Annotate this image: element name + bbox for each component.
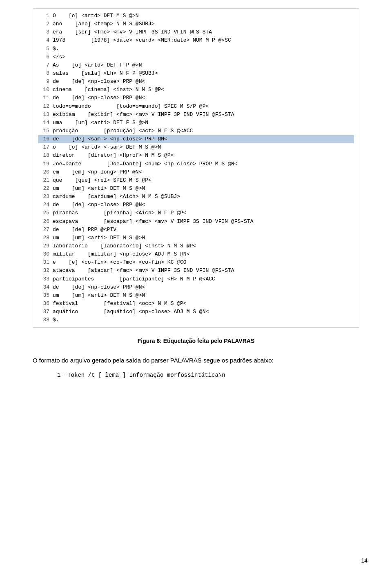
line-number: 37: [38, 308, 49, 316]
code-line: 9de [de] <np-close> PRP @N<: [38, 78, 354, 86]
line-number: 18: [38, 151, 49, 160]
line-content: cardume [cardume] <Aich> N M S @SUBJ>: [53, 193, 354, 201]
code-line: 26escapava [escapar] <fmc> <mv> V IMPF 3…: [38, 218, 354, 226]
line-content: $.: [53, 316, 354, 324]
line-number: 26: [38, 218, 49, 226]
line-content: </s>: [53, 53, 354, 61]
line-number: 24: [38, 201, 49, 209]
line-content: ano [ano] <temp> N M S @SUBJ>: [53, 20, 354, 28]
code-line: 5$.: [38, 45, 354, 53]
line-content: participantes [participante] <H> N M P @…: [53, 275, 354, 283]
line-content: e [e] <co-fin> <co-fmc> <co-fin> KC @CO: [53, 258, 354, 267]
code-line: 23cardume [cardume] <Aich> N M S @SUBJ>: [38, 193, 354, 201]
line-content: de [de] <np-close> PRP @N<: [53, 78, 354, 86]
line-number: 35: [38, 291, 49, 300]
line-number: 21: [38, 176, 49, 185]
code-line: 6</s>: [38, 53, 354, 61]
line-content: $.: [53, 45, 354, 53]
code-line: 20em [em] <np-long> PRP @N<: [38, 168, 354, 176]
line-number: 22: [38, 185, 49, 193]
line-content: aquático [aquático] <np-close> ADJ M S @…: [53, 308, 354, 316]
line-content: As [o] <artd> DET F P @>N: [53, 61, 354, 69]
line-number: 7: [38, 61, 49, 69]
line-content: laboratório [laboratório] <inst> N M S @…: [53, 242, 354, 250]
line-number: 10: [38, 86, 49, 94]
code-line: 36festival [festival] <occ> N M S @P<: [38, 300, 354, 308]
line-content: diretor [diretor] <Hprof> N M S @P<: [53, 151, 354, 160]
line-content: em [em] <np-long> PRP @N<: [53, 168, 354, 176]
code-line: 8salas [sala] <Lh> N F P @SUBJ>: [38, 69, 354, 78]
line-number: 32: [38, 267, 49, 275]
line-number: 15: [38, 127, 49, 135]
line-number: 36: [38, 300, 49, 308]
line-number: 34: [38, 283, 49, 291]
code-line: 32atacava [atacar] <fmc> <mv> V IMPF 3S …: [38, 267, 354, 275]
line-content: piranhas [piranha] <Aich> N F P @P<: [53, 209, 354, 217]
line-content: produção [produção] <act> N F S @<ACC: [53, 127, 354, 135]
line-number: 25: [38, 209, 49, 217]
code-line: 28um [um] <arti> DET M S @>N: [38, 234, 354, 242]
code-line: 12todo=o=mundo [todo=o=mundo] SPEC M S/P…: [38, 102, 354, 111]
line-content: 1978 [1978] <date> <card> <NER:date> NUM…: [53, 36, 354, 44]
code-line: 21que [que] <rel> SPEC M S @P<: [38, 176, 354, 185]
line-content: atacava [atacar] <fmc> <mv> V IMPF 3S IN…: [53, 267, 354, 275]
line-number: 38: [38, 316, 49, 324]
code-line: 7As [o] <artd> DET F P @>N: [38, 61, 354, 69]
line-content: exibiam [exibir] <fmc> <mv> V IMPF 3P IN…: [53, 111, 354, 119]
line-number: 16: [38, 135, 49, 143]
code-line: 17o [o] <artd> <-sam> DET M S @>N: [38, 143, 354, 151]
code-line: 22um [um] <arti> DET M S @>N: [38, 185, 354, 193]
line-number: 31: [38, 258, 49, 267]
code-line: 37aquático [aquático] <np-close> ADJ M S…: [38, 308, 354, 316]
line-content: o [o] <artd> <-sam> DET M S @>N: [53, 143, 354, 151]
code-line: 34de [de] <np-close> PRP @N<: [38, 283, 354, 291]
code-line: 27de [de] PRP @<PIV: [38, 226, 354, 234]
line-content: um [um] <arti> DET M S @>N: [53, 185, 354, 193]
line-number: 30: [38, 250, 49, 258]
line-number: 6: [38, 53, 49, 61]
code-line: 33participantes [participante] <H> N M P…: [38, 275, 354, 283]
line-number: 3: [38, 28, 49, 36]
line-content: escapava [escapar] <fmc> <mv> V IMPF 3S …: [53, 218, 354, 226]
line-number: 19: [38, 160, 49, 168]
line-number: 33: [38, 275, 49, 283]
line-content: de [de] <sam-> <np-close> PRP @N<: [53, 135, 354, 143]
code-line: 13exibiam [exibir] <fmc> <mv> V IMPF 3P …: [38, 111, 354, 119]
line-number: 14: [38, 119, 49, 127]
line-content: Joe=Dante [Joe=Dante] <hum> <np-close> P…: [53, 160, 354, 168]
line-content: festival [festival] <occ> N M S @P<: [53, 300, 354, 308]
line-number: 20: [38, 168, 49, 176]
code-line: 24de [de] <np-close> PRP @N<: [38, 201, 354, 209]
line-content: cinema [cinema] <inst> N M S @P<: [53, 86, 354, 94]
code-line: 18diretor [diretor] <Hprof> N M S @P<: [38, 151, 354, 160]
code-line: 15produção [produção] <act> N F S @<ACC: [38, 127, 354, 135]
line-number: 27: [38, 226, 49, 234]
body-paragraph: O formato do arquivo gerado pela saída d…: [33, 356, 359, 365]
page: 1O [o] <artd> DET M S @>N2ano [ano] <tem…: [0, 0, 392, 576]
code-line: 19Joe=Dante [Joe=Dante] <hum> <np-close>…: [38, 160, 354, 168]
line-number: 9: [38, 78, 49, 86]
code-line: 35um [um] <arti> DET M S @>N: [38, 291, 354, 300]
line-content: de [de] <np-close> PRP @N<: [53, 201, 354, 209]
line-number: 5: [38, 45, 49, 53]
line-content: de [de] PRP @<PIV: [53, 226, 354, 234]
code-line: 41978 [1978] <date> <card> <NER:date> NU…: [38, 36, 354, 44]
line-number: 29: [38, 242, 49, 250]
line-content: um [um] <arti> DET M S @>N: [53, 234, 354, 242]
line-content: de [de] <np-close> PRP @N<: [53, 94, 354, 102]
code-block: 1O [o] <artd> DET M S @>N2ano [ano] <tem…: [33, 8, 359, 328]
code-line: 30militar [militar] <np-close> ADJ M S @…: [38, 250, 354, 258]
code-line: 29laboratório [laboratório] <inst> N M S…: [38, 242, 354, 250]
line-number: 12: [38, 102, 49, 111]
line-number: 8: [38, 69, 49, 78]
line-number: 1: [38, 12, 49, 20]
line-content: uma [um] <arti> DET F S @>N: [53, 119, 354, 127]
line-number: 17: [38, 143, 49, 151]
code-line: 3era [ser] <fmc> <mv> V IMPF 3S IND VFIN…: [38, 28, 354, 36]
code-line: 16de [de] <sam-> <np-close> PRP @N<: [38, 135, 354, 143]
line-content: um [um] <arti> DET M S @>N: [53, 291, 354, 300]
line-number: 23: [38, 193, 49, 201]
format-item: 1- Token /t [ lema ] Informação morfossi…: [57, 372, 359, 378]
page-number: 14: [361, 557, 368, 564]
line-number: 11: [38, 94, 49, 102]
